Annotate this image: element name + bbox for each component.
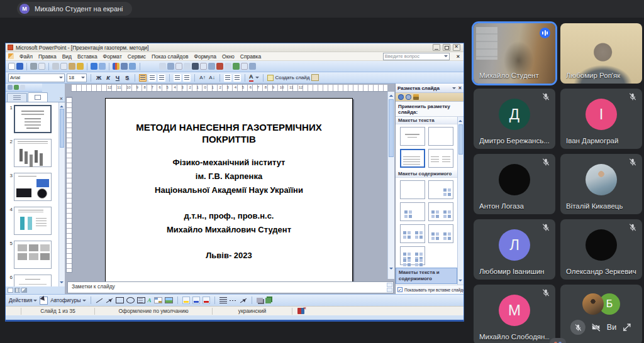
equation-icon[interactable] — [167, 63, 174, 70]
scroll-down-icon[interactable] — [60, 281, 64, 285]
decrease-font-button[interactable]: A↓ — [208, 74, 216, 82]
slide-thumbnail-row[interactable]: 1 — [7, 105, 58, 133]
increase-font-button[interactable]: A↑ — [199, 74, 206, 82]
back-icon[interactable] — [398, 94, 404, 100]
layout-thumbnail[interactable] — [428, 224, 453, 243]
scroll-down-icon[interactable] — [387, 288, 392, 292]
expand-icon[interactable] — [622, 322, 632, 332]
show-on-insert-checkbox[interactable]: ✓ Показывать при вставке слайдов — [396, 285, 464, 294]
new-slide-button[interactable]: Создать слайд — [267, 75, 310, 81]
slide-thumbnail-row[interactable]: 4 — [7, 207, 58, 235]
review-icon[interactable] — [14, 85, 19, 90]
equation-icon[interactable] — [200, 63, 207, 70]
equation-icon[interactable] — [175, 63, 182, 70]
layout-thumbnail[interactable] — [428, 202, 453, 221]
equation-icon[interactable] — [192, 63, 199, 70]
slide-thumbnail-row[interactable]: 6 — [7, 275, 58, 286]
format-painter-icon[interactable] — [77, 63, 84, 70]
review-icon[interactable] — [20, 85, 25, 90]
equation-icon[interactable] — [225, 63, 231, 70]
layout-thumbnail[interactable] — [400, 127, 425, 146]
scroll-down-icon[interactable] — [458, 280, 462, 283]
underline-button[interactable]: Ч — [114, 74, 121, 82]
document-close-icon[interactable]: × — [457, 53, 460, 60]
slide-body[interactable]: Фізико-механічний інститут ім. Г.В. Карп… — [106, 156, 352, 263]
align-left-button[interactable] — [139, 74, 147, 82]
font-size-select[interactable]: 18 — [67, 74, 87, 82]
participant-tile[interactable]: Олександр Зеркевич — [560, 219, 642, 280]
wordart-icon[interactable]: A — [148, 298, 152, 303]
align-center-button[interactable] — [148, 74, 156, 82]
print-preview-icon[interactable] — [38, 63, 45, 70]
slide-thumbnail[interactable] — [14, 207, 52, 235]
copy-icon[interactable] — [60, 63, 67, 70]
layout-thumbnail[interactable] — [428, 127, 453, 146]
font-name-select[interactable]: Arial — [8, 74, 65, 82]
slide-thumbnail[interactable] — [14, 105, 52, 133]
menu-formula[interactable]: Формула — [194, 53, 216, 60]
presenter-pill[interactable]: М Михайло Студент на екрані — [17, 2, 132, 16]
layout-thumbnail-selected[interactable] — [400, 149, 425, 168]
increase-indent-button[interactable] — [233, 74, 241, 82]
menu-file[interactable]: Файл — [19, 53, 33, 60]
slide-thumbnail[interactable] — [14, 275, 52, 286]
equation-icon[interactable] — [233, 63, 240, 70]
italic-button[interactable]: К — [104, 74, 112, 82]
task-pane-close-icon[interactable]: × — [458, 85, 462, 91]
slide-thumbnail[interactable] — [14, 241, 52, 269]
slide-scrollbar[interactable] — [387, 92, 394, 279]
menu-edit[interactable]: Правка — [38, 53, 57, 60]
font-color-icon[interactable] — [203, 297, 210, 304]
menu-view[interactable]: Вид — [62, 53, 72, 60]
panel-close-icon[interactable]: × — [60, 95, 63, 102]
mic-off-button[interactable] — [570, 320, 586, 335]
chevron-down-icon[interactable] — [452, 87, 456, 91]
question-input[interactable]: Введите вопрос — [383, 53, 450, 60]
arrow-icon[interactable] — [106, 298, 112, 303]
slide-thumbnail[interactable] — [14, 173, 52, 201]
diagram-icon[interactable] — [154, 297, 162, 303]
align-right-button[interactable] — [158, 74, 165, 82]
decrease-indent-button[interactable] — [224, 74, 231, 82]
print-icon[interactable] — [30, 63, 37, 70]
bullet-list-button[interactable] — [183, 74, 191, 82]
text-box-icon[interactable] — [137, 297, 145, 303]
notes-area[interactable]: Заметки к слайду — [67, 281, 394, 293]
scrollbar-thumb[interactable] — [60, 109, 64, 148]
checkbox-checked-icon[interactable]: ✓ — [397, 287, 402, 292]
slide-thumbnail-row[interactable]: 3 — [7, 173, 58, 201]
self-tile[interactable]: Б Ви — [560, 285, 642, 343]
forward-icon[interactable] — [406, 94, 411, 100]
layout-thumbnail[interactable] — [428, 180, 453, 199]
insert-picture-icon[interactable] — [165, 297, 173, 303]
equation-icon[interactable] — [208, 63, 215, 70]
oval-icon[interactable] — [126, 297, 135, 303]
task-pane-scrollbar[interactable] — [457, 117, 464, 285]
line-color-icon[interactable] — [192, 297, 200, 304]
shadow-button[interactable]: S — [123, 74, 131, 82]
autoshapes-menu[interactable]: Автофигуры — [50, 297, 86, 303]
line-icon[interactable] — [96, 298, 102, 303]
layout-thumbnail[interactable] — [400, 202, 425, 221]
participant-tile[interactable]: Л Любомир Іванишин — [474, 219, 555, 280]
insert-table-icon[interactable] — [121, 63, 128, 70]
scroll-up-icon[interactable] — [60, 104, 64, 107]
line-style-icon[interactable] — [219, 297, 227, 303]
minimize-button[interactable] — [433, 44, 440, 51]
next-slide-icon[interactable] — [389, 268, 393, 271]
participant-tile[interactable]: Любомир Роп'як — [560, 23, 642, 84]
undo-icon[interactable] — [91, 63, 97, 70]
scroll-up-icon[interactable] — [458, 118, 462, 122]
equation-icon[interactable] — [249, 63, 256, 70]
scrollbar-thumb[interactable] — [389, 99, 394, 157]
menu-tools[interactable]: Сервис — [128, 53, 146, 60]
paste-icon[interactable] — [69, 63, 75, 70]
select-objects-button[interactable] — [40, 297, 48, 305]
numbered-list-button[interactable] — [174, 74, 181, 82]
review-icon[interactable] — [8, 85, 13, 90]
reactions-overflow-badge[interactable] — [550, 338, 566, 343]
participant-tile[interactable]: М Михайло Слободян... — [474, 285, 555, 343]
zoom-icon[interactable] — [129, 63, 136, 70]
rectangle-icon[interactable] — [116, 297, 124, 303]
insert-chart-icon[interactable] — [113, 63, 119, 70]
